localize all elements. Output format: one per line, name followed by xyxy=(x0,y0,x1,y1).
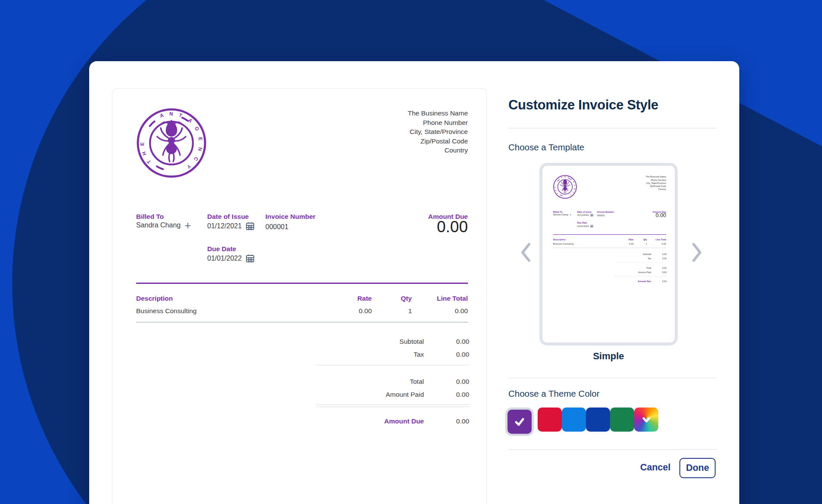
invoice-number-value: 000001 xyxy=(597,214,605,217)
col-header-description: Description xyxy=(553,239,566,241)
billed-to-name: Sandra Chang xyxy=(553,214,568,216)
totals-amount-due-label: Amount Due xyxy=(384,417,424,425)
col-header-description: Description xyxy=(136,295,173,302)
due-date-label: Due Date xyxy=(577,221,587,224)
chevron-down-icon xyxy=(641,414,652,426)
amount-paid-label: Amount Paid xyxy=(638,271,651,274)
business-name: The Business Name xyxy=(408,109,468,118)
totals-amount-due-label: Amount Due xyxy=(638,280,651,283)
subtotal-value: 0.00 xyxy=(456,338,469,345)
add-contact-plus-icon[interactable]: + xyxy=(184,222,191,229)
add-contact-plus-icon: + xyxy=(570,214,572,216)
col-header-line-total: Line Total xyxy=(656,239,666,241)
subtotal-label: Subtotal xyxy=(399,338,424,345)
col-header-rate: Rate xyxy=(357,295,372,302)
calendar-icon xyxy=(590,214,593,217)
calendar-icon[interactable] xyxy=(246,221,255,230)
business-info-block: The Business Name Phone Number City, Sta… xyxy=(408,109,468,155)
invoice-preview: The Business Name Phone Number City, Sta… xyxy=(545,168,673,338)
ant-agency-logo xyxy=(553,175,577,199)
invoice-preview: The Business Name Phone Number City, Sta… xyxy=(112,88,487,504)
panel-divider xyxy=(508,449,717,450)
swatch-red[interactable] xyxy=(538,408,562,432)
row-qty: 1 xyxy=(408,307,412,315)
date-of-issue-date: 01/12/2021 xyxy=(207,222,242,230)
business-phone: Phone Number xyxy=(646,178,666,181)
swatch-green[interactable] xyxy=(610,408,634,432)
billed-to-value: Sandra Chang + xyxy=(136,221,191,229)
billed-to-label: Billed To xyxy=(553,211,563,213)
swatch-dark-blue[interactable] xyxy=(586,408,610,432)
due-date-date: 01/01/2022 xyxy=(207,255,242,262)
chevron-right-icon[interactable] xyxy=(691,242,703,263)
business-city: City, State/Province xyxy=(646,181,666,184)
tax-label: Tax xyxy=(648,258,651,260)
row-description: Business Consulting xyxy=(136,307,196,315)
calendar-icon xyxy=(590,224,593,227)
invoice-number-value: 000001 xyxy=(265,223,288,231)
business-name: The Business Name xyxy=(646,175,666,178)
amount-paid-value: 0.00 xyxy=(662,271,666,274)
business-country: Country xyxy=(408,146,468,155)
panel-divider xyxy=(508,128,717,128)
billed-to-label: Billed To xyxy=(136,213,164,221)
main-card: The Business Name Phone Number City, Sta… xyxy=(89,61,739,504)
check-icon xyxy=(514,416,526,428)
cancel-button[interactable]: Cancel xyxy=(638,462,673,473)
col-header-qty: Qty xyxy=(643,239,647,241)
row-line-total: 0.00 xyxy=(662,243,666,245)
page-background: The Business Name Phone Number City, Sta… xyxy=(0,0,822,504)
tax-value: 0.00 xyxy=(456,351,469,358)
col-header-rate: Rate xyxy=(629,239,633,241)
done-button[interactable]: Done xyxy=(679,458,716,478)
row-qty: 1 xyxy=(646,243,647,245)
subtotal-value: 0.00 xyxy=(662,253,666,256)
table-top-rule xyxy=(553,234,666,235)
choose-theme-color-label: Choose a Theme Color xyxy=(508,389,600,399)
totals-amount-due-value: 0.00 xyxy=(456,417,469,425)
totals-amount-due-value: 0.00 xyxy=(662,280,666,283)
col-header-qty: Qty xyxy=(401,295,412,302)
business-country: Country xyxy=(646,188,666,191)
total-label: Total xyxy=(410,378,424,386)
billed-to-name: Sandra Chang xyxy=(136,221,181,229)
invoice-number-label: Invoice Number xyxy=(265,213,315,221)
totals-divider xyxy=(316,404,469,405)
due-date-value: 01/01/2022 xyxy=(207,254,255,263)
date-of-issue-label: Date of Issue xyxy=(577,211,592,213)
totals-divider xyxy=(316,365,469,365)
swatch-custom-color[interactable] xyxy=(634,408,658,432)
tax-value: 0.00 xyxy=(662,258,666,260)
date-of-issue-value: 01/12/2021 xyxy=(207,221,255,230)
panel-divider xyxy=(508,378,717,378)
theme-color-swatches xyxy=(505,408,658,436)
calendar-icon[interactable] xyxy=(246,254,255,263)
total-label: Total xyxy=(646,267,651,269)
panel-title: Customize Invoice Style xyxy=(508,97,658,113)
amount-paid-label: Amount Paid xyxy=(386,391,424,398)
billed-to-value: Sandra Chang + xyxy=(553,214,572,216)
business-zip: Zip/Postal Code xyxy=(646,185,666,188)
chevron-left-icon[interactable] xyxy=(520,242,531,263)
totals-divider xyxy=(316,407,469,407)
date-of-issue-label: Date of Issue xyxy=(207,213,249,221)
swatch-purple[interactable] xyxy=(508,410,532,434)
due-date-date: 01/01/2022 xyxy=(577,225,589,227)
row-line-total: 0.00 xyxy=(455,307,468,315)
table-top-rule xyxy=(136,283,468,284)
swatch-bright-blue[interactable] xyxy=(562,408,586,432)
amount-due-value: 0.00 xyxy=(656,212,666,218)
due-date-value: 01/01/2022 xyxy=(577,224,593,227)
subtotal-label: Subtotal xyxy=(643,253,651,256)
amount-paid-value: 0.00 xyxy=(456,391,469,398)
table-bottom-rule xyxy=(136,322,468,323)
due-date-label: Due Date xyxy=(207,245,236,253)
business-city: City, State/Province xyxy=(408,127,468,137)
row-rate: 0.00 xyxy=(359,307,372,315)
row-description: Business Consulting xyxy=(553,243,574,245)
panel-buttons: Cancel Done xyxy=(508,458,717,478)
business-info-block: The Business Name Phone Number City, Sta… xyxy=(646,175,666,191)
ant-agency-logo xyxy=(136,107,207,179)
col-header-line-total: Line Total xyxy=(437,295,468,302)
template-thumbnail[interactable]: The Business Name Phone Number City, Sta… xyxy=(539,163,678,345)
